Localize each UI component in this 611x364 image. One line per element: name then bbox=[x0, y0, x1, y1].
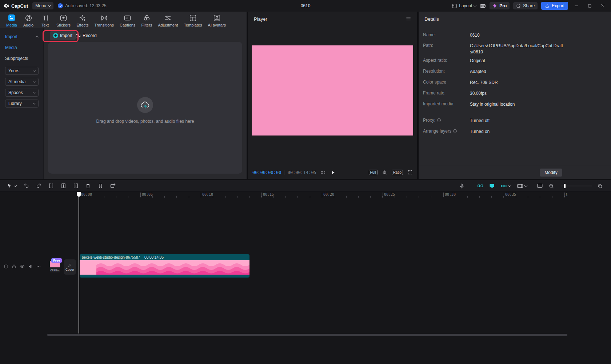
media-sidebar: Import Media Subprojects Yours AI media … bbox=[0, 28, 44, 179]
shortcut-keys-button[interactable] bbox=[480, 3, 486, 9]
tab-ai-avatars[interactable]: AI avatars bbox=[205, 13, 229, 28]
sidebar-item-import[interactable]: Import bbox=[0, 31, 43, 42]
sidebar-item-subprojects[interactable]: Subprojects bbox=[0, 53, 43, 64]
split-left-button[interactable] bbox=[46, 182, 56, 190]
video-preview[interactable] bbox=[252, 45, 413, 136]
voiceover-button[interactable] bbox=[457, 182, 467, 190]
split-right-button[interactable] bbox=[71, 182, 81, 190]
tab-media[interactable]: Media bbox=[4, 13, 20, 28]
tab-audio[interactable]: Audio bbox=[20, 13, 36, 28]
keyboard-icon bbox=[480, 3, 486, 9]
info-icon[interactable] bbox=[437, 118, 441, 122]
pro-badge[interactable]: Pro bbox=[490, 2, 510, 9]
ruler-label: 00:15 bbox=[261, 193, 274, 197]
share-button[interactable]: Share bbox=[513, 2, 538, 9]
preview-axis-button[interactable] bbox=[535, 182, 545, 190]
fit-zoom-button[interactable] bbox=[382, 170, 387, 175]
tab-captions[interactable]: Captions bbox=[117, 13, 138, 28]
select-tool-button[interactable] bbox=[4, 182, 19, 190]
media-dropzone[interactable]: Drag and drop videos, photos, and audio … bbox=[48, 42, 242, 174]
eye-icon bbox=[20, 264, 25, 269]
split-button[interactable] bbox=[58, 182, 68, 190]
tab-effects[interactable]: Effects bbox=[74, 13, 91, 28]
tab-transitions[interactable]: Transitions bbox=[92, 13, 116, 28]
linkage-toggle[interactable] bbox=[498, 182, 513, 190]
player-menu-button[interactable] bbox=[406, 16, 411, 22]
add-marker-button[interactable] bbox=[108, 182, 118, 190]
preview-toggle[interactable] bbox=[487, 182, 497, 190]
stickers-icon bbox=[60, 14, 67, 22]
slider-handle[interactable] bbox=[564, 184, 566, 188]
sidebar-group-label: Library bbox=[8, 101, 22, 106]
hide-track-button[interactable] bbox=[20, 264, 25, 269]
delete-button[interactable] bbox=[83, 182, 93, 190]
timeline-ruler[interactable]: 00:00 00:05 00:10 00:15 00:20 00:25 00:3… bbox=[0, 192, 567, 198]
tab-adjustment[interactable]: Adjustment bbox=[155, 13, 180, 28]
redo-button[interactable] bbox=[33, 182, 44, 190]
menu-button[interactable]: Menu bbox=[32, 2, 53, 9]
tab-templates[interactable]: Templates bbox=[181, 13, 204, 28]
clip-select-dropdown[interactable] bbox=[514, 182, 530, 190]
main-track-button[interactable] bbox=[4, 264, 8, 269]
timeline-toolbar bbox=[0, 180, 611, 192]
maximize-button[interactable] bbox=[585, 2, 594, 10]
playhead-handle[interactable] bbox=[77, 192, 81, 196]
ratio-button[interactable]: Ratio bbox=[392, 170, 403, 175]
close-button[interactable] bbox=[598, 2, 607, 10]
sidebar-group-yours[interactable]: Yours bbox=[5, 67, 39, 75]
split-right-icon bbox=[73, 183, 79, 189]
fullscreen-button[interactable] bbox=[407, 170, 413, 175]
chevron-down-icon bbox=[48, 4, 51, 7]
player-panel: Player 00:00:00:00 00:00:14:05 Full Rati… bbox=[248, 12, 417, 179]
chevron-down-icon bbox=[33, 90, 36, 93]
more-track-options-button[interactable] bbox=[36, 264, 41, 269]
current-timecode: 00:00:00:00 bbox=[252, 170, 281, 175]
track-controls bbox=[4, 264, 41, 269]
play-button[interactable] bbox=[330, 170, 336, 175]
details-header: Details bbox=[419, 12, 611, 26]
autosave-status: Auto saved: 12:03:25 bbox=[58, 3, 106, 8]
ruler-label: 00:20 bbox=[322, 193, 334, 197]
frame-grid-icon[interactable] bbox=[321, 171, 325, 174]
free-badge: Free bbox=[51, 258, 62, 263]
ribbon-tabs: Media Audio Text Stickers Effects bbox=[0, 12, 247, 28]
mark-button[interactable] bbox=[95, 182, 105, 190]
details-panel: Details Name: 0610 Path: C:/Users/TOPGUS… bbox=[419, 12, 611, 179]
timeline-clip[interactable]: pexels-weldi-studio-design-8675587 00:00… bbox=[80, 254, 249, 278]
captions-icon bbox=[124, 14, 131, 22]
gem-icon bbox=[492, 4, 497, 8]
sidebar-group-spaces[interactable]: Spaces bbox=[5, 89, 39, 97]
export-button[interactable]: Export bbox=[541, 2, 568, 10]
timeline: 00:00 00:05 00:10 00:15 00:20 00:25 00:3… bbox=[0, 180, 611, 364]
full-quality-button[interactable]: Full bbox=[369, 170, 378, 175]
auto-ripple-toggle[interactable] bbox=[475, 182, 485, 190]
mute-track-button[interactable] bbox=[28, 264, 33, 269]
sidebar-group-label: Yours bbox=[8, 68, 19, 73]
sidebar-group-library[interactable]: Library bbox=[5, 100, 39, 108]
record-button[interactable]: Record bbox=[72, 31, 100, 40]
minimize-button[interactable] bbox=[572, 2, 581, 10]
timeline-horizontal-scrollbar[interactable] bbox=[47, 334, 567, 336]
modify-button[interactable]: Modify bbox=[540, 169, 562, 177]
link-icon bbox=[500, 183, 507, 189]
undo-button[interactable] bbox=[21, 182, 31, 190]
tab-stickers[interactable]: Stickers bbox=[54, 13, 73, 28]
tab-filters[interactable]: Filters bbox=[139, 13, 155, 28]
sidebar-group-ai-media[interactable]: AI media bbox=[5, 78, 39, 86]
preview-axis-icon bbox=[537, 183, 543, 189]
zoom-out-button[interactable] bbox=[546, 182, 556, 190]
info-icon[interactable] bbox=[453, 129, 457, 133]
audio-icon bbox=[25, 14, 32, 22]
redo-icon bbox=[36, 183, 42, 189]
lock-track-button[interactable] bbox=[12, 264, 16, 269]
layout-button[interactable]: Layout bbox=[452, 3, 476, 9]
playhead-line[interactable] bbox=[79, 192, 79, 333]
split-icon bbox=[60, 183, 67, 189]
zoom-in-button[interactable] bbox=[595, 182, 605, 190]
timeline-zoom-slider[interactable] bbox=[561, 184, 592, 188]
sidebar-item-label: Import bbox=[5, 34, 17, 39]
cover-button[interactable]: Cover bbox=[64, 259, 76, 275]
tab-text[interactable]: Text bbox=[37, 13, 53, 28]
layout-icon bbox=[452, 3, 457, 9]
sidebar-item-media[interactable]: Media bbox=[0, 42, 43, 53]
